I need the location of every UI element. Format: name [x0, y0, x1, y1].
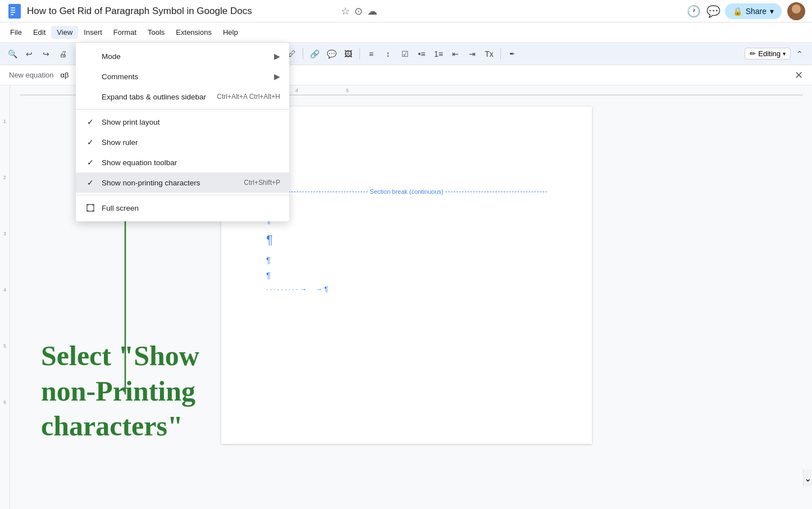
ruler-num-2: 2	[3, 175, 6, 180]
collapse-button[interactable]: ⌄	[803, 470, 812, 487]
ruler-num-1: 1	[3, 119, 6, 124]
title-bar: How to Get Rid of Paragraph Symbol in Go…	[0, 0, 812, 22]
show-print-check: ✓	[85, 117, 96, 126]
expand-tabs-shortcut: Ctrl+Alt+A Ctrl+Alt+H	[217, 93, 280, 101]
para-mark-4: ¶	[266, 197, 547, 212]
search-button[interactable]: 🔍	[4, 46, 20, 62]
line-spacing-button[interactable]: ↕	[380, 46, 396, 62]
separator-6	[500, 48, 501, 60]
menu-item-show-print[interactable]: ✓ Show print layout	[76, 112, 289, 132]
comments-label: Comments	[102, 72, 270, 81]
undo-button[interactable]: ↩	[21, 46, 37, 62]
show-ruler-check: ✓	[85, 138, 96, 147]
menu-item-show-ruler[interactable]: ✓ Show ruler	[76, 132, 289, 152]
menu-item-full-screen[interactable]: Full screen	[76, 198, 289, 218]
doc-icon	[7, 3, 22, 19]
editing-mode-dropdown[interactable]: ✏ Editing ▾	[745, 48, 791, 60]
align-button[interactable]: ≡	[363, 46, 379, 62]
para-mark-6: ¶	[266, 252, 547, 267]
section-break: Section break (continuous)	[266, 188, 547, 195]
chevron-up-button[interactable]: ⌃	[792, 46, 808, 62]
show-ruler-label: Show ruler	[102, 138, 280, 147]
svg-rect-2	[11, 10, 15, 11]
history-icon[interactable]: 🕐	[687, 4, 701, 18]
cloud-icon[interactable]: ☁	[367, 5, 377, 17]
menu-item-expand-tabs[interactable]: Expand tabs & outlines sidebar Ctrl+Alt+…	[76, 87, 289, 107]
checklist-button[interactable]: ☑	[397, 46, 413, 62]
menu-insert[interactable]: Insert	[78, 26, 108, 39]
lock-icon: 🔒	[733, 7, 742, 16]
image-button[interactable]: 🖼	[340, 46, 356, 62]
editing-pencil-icon: ✏	[750, 49, 756, 58]
new-equation-label: New equation	[9, 71, 54, 79]
menu-item-show-equation[interactable]: ✓ Show equation toolbar	[76, 152, 289, 172]
menu-divider-1	[76, 109, 289, 110]
show-nonprinting-shortcut: Ctrl+Shift+P	[244, 179, 280, 187]
separator-4	[303, 48, 303, 60]
mode-arrow: ▶	[274, 52, 280, 61]
show-nonprinting-label: Show non-printing characters	[102, 179, 244, 187]
ruler-num-5: 5	[3, 344, 6, 349]
svg-point-6	[790, 13, 803, 20]
para-mark-5: ¶	[266, 212, 547, 228]
show-print-label: Show print layout	[102, 118, 280, 126]
clear-format-button[interactable]: Tx	[481, 46, 497, 62]
alpha-label: αβ	[61, 71, 69, 79]
share-label: Share	[746, 7, 767, 16]
drive-icon[interactable]: ⊙	[354, 5, 363, 17]
para-mark-3: ¶	[266, 171, 547, 186]
editing-chevron-icon: ▾	[783, 51, 786, 57]
menu-divider-2	[76, 195, 289, 196]
svg-rect-4	[11, 14, 13, 15]
menu-item-mode[interactable]: Mode ▶	[76, 46, 289, 66]
ruler-num-3: 3	[3, 231, 6, 237]
share-button[interactable]: 🔒 Share ▾	[725, 3, 782, 19]
comments-arrow: ▶	[274, 72, 280, 81]
svg-text:4: 4	[295, 88, 298, 93]
menu-view[interactable]: View	[51, 26, 78, 39]
full-screen-icon	[85, 204, 96, 212]
menu-file[interactable]: File	[4, 26, 28, 39]
mode-label: Mode	[102, 52, 270, 61]
menu-help[interactable]: Help	[217, 26, 244, 39]
collapse-icon: ⌄	[804, 473, 811, 484]
svg-rect-3	[11, 12, 15, 13]
svg-text:5: 5	[346, 88, 349, 93]
para-mark-7: ¶	[266, 267, 547, 283]
comment-insert-button[interactable]: 💬	[323, 46, 339, 62]
bullet-list-button[interactable]: •≡	[414, 46, 430, 62]
show-equation-label: Show equation toolbar	[102, 158, 280, 167]
numbered-list-button[interactable]: 1≡	[431, 46, 446, 62]
show-nonprinting-check: ✓	[85, 178, 96, 187]
menu-edit[interactable]: Edit	[28, 26, 51, 39]
menu-item-comments[interactable]: Comments ▶	[76, 66, 289, 87]
svg-point-5	[792, 4, 801, 13]
para-mark-2: ¶	[266, 156, 547, 171]
menu-format[interactable]: Format	[108, 26, 142, 39]
indent-decrease-button[interactable]: ⇤	[448, 46, 463, 62]
close-equation-button[interactable]: ✕	[795, 69, 803, 81]
document-title: How to Get Rid of Paragraph Symbol in Go…	[27, 6, 336, 17]
insert-special-button[interactable]: ✒	[504, 46, 520, 62]
indent-increase-button[interactable]: ⇥	[464, 46, 480, 62]
avatar[interactable]	[787, 2, 805, 20]
link-button[interactable]: 🔗	[307, 46, 322, 62]
view-dropdown-menu: Mode ▶ Comments ▶ Expand tabs & outlines…	[76, 43, 289, 221]
menu-tools[interactable]: Tools	[142, 26, 170, 39]
show-equation-check: ✓	[85, 158, 96, 167]
redo-button[interactable]: ↪	[38, 46, 54, 62]
full-screen-label: Full screen	[102, 204, 280, 212]
svg-rect-1	[11, 7, 15, 8]
comment-icon[interactable]: 💬	[706, 4, 720, 18]
menu-item-show-nonprinting[interactable]: ✓ Show non-printing characters Ctrl+Shif…	[76, 172, 289, 193]
editing-label: Editing	[758, 49, 781, 58]
print-button[interactable]: 🖨	[55, 46, 71, 62]
svg-rect-0	[8, 4, 21, 19]
star-icon[interactable]: ☆	[341, 5, 350, 17]
para-mark-1: ¶	[266, 140, 547, 156]
ruler-num-6: 6	[3, 400, 6, 405]
menu-bar: File Edit View Insert Format Tools Exten…	[0, 22, 812, 43]
para-mark-large: ¶	[266, 228, 547, 252]
menu-extensions[interactable]: Extensions	[170, 26, 217, 39]
separator-5	[359, 48, 360, 60]
